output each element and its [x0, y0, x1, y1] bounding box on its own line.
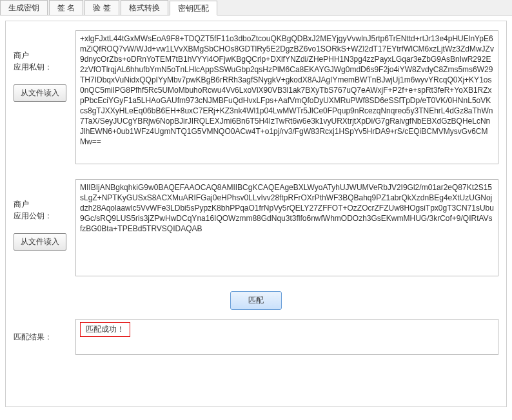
result-label: 匹配结果：: [14, 319, 75, 355]
private-key-label-1: 商户: [14, 50, 72, 61]
tab-key-match[interactable]: 密钥匹配: [170, 1, 217, 15]
result-box[interactable]: 匹配成功！: [75, 319, 498, 355]
public-key-section: 商户 应用公钥： 从文件读入: [14, 179, 498, 278]
match-button-row: 匹配: [14, 291, 498, 310]
load-public-key-button[interactable]: 从文件读入: [14, 233, 66, 251]
match-button[interactable]: 匹配: [230, 291, 282, 310]
result-text: 匹配成功！: [80, 322, 130, 337]
private-key-label-2: 应用私钥：: [14, 61, 72, 73]
private-key-labels: 商户 应用私钥： 从文件读入: [14, 30, 75, 166]
main-panel: 商户 应用私钥： 从文件读入 商户 应用公钥： 从文件读入 匹配 匹配结果： 匹…: [5, 21, 507, 407]
tab-sign[interactable]: 签 名: [49, 0, 83, 15]
private-key-textarea[interactable]: [75, 30, 498, 164]
tab-verify[interactable]: 验 签: [84, 0, 119, 15]
tab-bar: 生成密钥 签 名 验 签 格式转换 密钥匹配: [0, 0, 512, 15]
private-key-section: 商户 应用私钥： 从文件读入: [14, 30, 498, 166]
load-private-key-button[interactable]: 从文件读入: [14, 84, 66, 102]
result-section: 匹配结果： 匹配成功！: [14, 319, 498, 355]
public-key-label-2: 应用公钥：: [14, 210, 72, 222]
public-key-labels: 商户 应用公钥： 从文件读入: [14, 179, 75, 278]
public-key-textarea[interactable]: [75, 179, 498, 276]
tab-format[interactable]: 格式转换: [121, 0, 168, 15]
tab-gen-key[interactable]: 生成密钥: [0, 0, 48, 15]
public-key-label-1: 商户: [14, 198, 72, 210]
